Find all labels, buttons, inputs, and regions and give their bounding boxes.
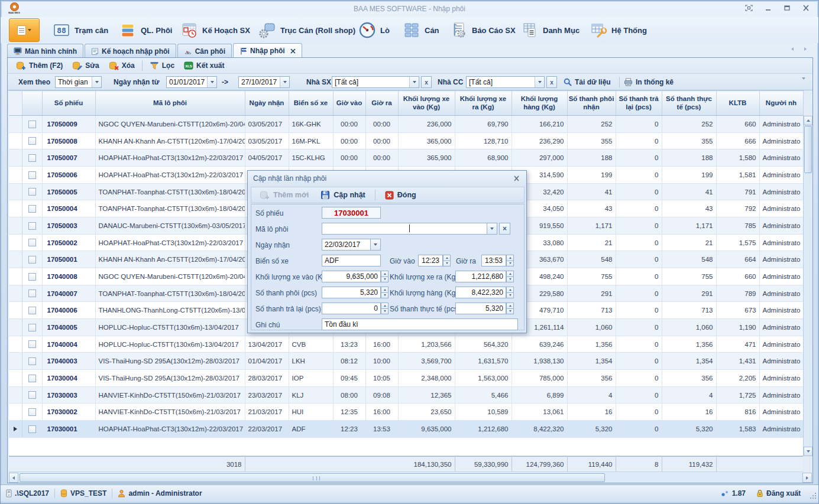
scroll-up-icon[interactable] — [804, 116, 812, 125]
print-stats-button[interactable]: In thống kê — [624, 76, 674, 88]
ribbon-item-he-thong[interactable]: Hệ Thống — [587, 19, 649, 41]
ribbon-item-danh-muc[interactable]: Danh Mục — [519, 19, 582, 41]
row-checkbox[interactable] — [28, 324, 36, 331]
kl-hang-input[interactable]: 8,422,320 — [455, 287, 506, 298]
column-header-kl-xe-ra[interactable]: Khối lượng xe ra (Kg) — [455, 91, 512, 116]
gio-ra-input[interactable]: 13:53 — [481, 255, 506, 266]
chevron-down-icon[interactable] — [409, 77, 419, 87]
table-row[interactable]: 17040004HOPLUC-Hopluc-CT5TT(130x6m)-13/0… — [9, 336, 803, 353]
supplier-select[interactable]: [Tất cả] — [466, 76, 545, 88]
table-row[interactable]: 17030002HANVIET-KinhDo-CT5TT(150x6m)-21/… — [9, 404, 803, 421]
row-checkbox[interactable] — [28, 222, 36, 230]
column-header-kl-xe-vao[interactable]: Khối lượng xe vào (Kg) — [398, 91, 455, 116]
so-thanh-tra-input[interactable]: 0 — [322, 303, 381, 314]
ribbon-item-bao-cao-sx[interactable]: Báo Cáo SX — [448, 19, 518, 41]
ribbon-item-lo[interactable]: Lò — [356, 19, 392, 41]
kl-xe-vao-input[interactable]: 9,635,000 — [322, 271, 381, 282]
kl-hang-spinner[interactable] — [506, 287, 514, 298]
column-header-so-thanh-tra-lai[interactable]: Số thanh trả lại (pcs) — [616, 91, 662, 116]
ngay-nhan-dropdown-icon[interactable] — [370, 239, 381, 251]
filter-button[interactable]: Lọc — [145, 59, 179, 72]
ribbon-item-truc-can[interactable]: Trục Cán (Roll shop) — [256, 19, 358, 41]
ma-lo-clear-button[interactable]: × — [499, 223, 510, 235]
tab-close-icon[interactable] — [290, 48, 296, 54]
column-header-so-phieu[interactable]: Số phiếu — [42, 91, 95, 116]
ribbon-item-ke-hoach-sx[interactable]: Kế Hoạch SX — [178, 19, 253, 41]
ma-lo-input[interactable] — [322, 223, 487, 235]
chevron-down-icon[interactable] — [92, 77, 101, 87]
tab-ke-hoach-nhap-phoi[interactable]: Kế hoạch nhập phôi — [85, 44, 176, 58]
scroll-down-icon[interactable] — [804, 447, 812, 456]
row-checkbox[interactable] — [28, 425, 36, 433]
row-checkbox[interactable] — [28, 391, 36, 399]
row-checkbox[interactable] — [28, 375, 36, 382]
delete-button[interactable]: Xóa — [104, 59, 140, 72]
load-data-button[interactable]: Tải dữ liệu — [564, 76, 611, 88]
column-header-kl-hang[interactable]: Khối lượng hàng (Kg) — [512, 91, 567, 116]
ghi-chu-input[interactable]: Tồn đầu kì — [322, 318, 518, 330]
row-checkbox[interactable] — [28, 357, 36, 365]
vertical-scroll-thumb[interactable] — [804, 126, 812, 173]
row-checkbox[interactable] — [28, 307, 36, 314]
row-checkbox[interactable] — [28, 290, 36, 297]
column-header-bien-so-xe[interactable]: Biển số xe — [289, 91, 333, 116]
row-checkbox[interactable] — [28, 256, 36, 264]
fullscreen-icon[interactable] — [744, 4, 753, 12]
manufacturer-select[interactable]: [Tất cả] — [332, 76, 419, 88]
ma-lo-dropdown-icon[interactable] — [487, 223, 497, 235]
row-checkbox[interactable] — [28, 121, 36, 128]
column-header-ngay-nhan[interactable]: Ngày nhận — [245, 91, 289, 116]
gio-ra-spinner[interactable] — [506, 255, 514, 266]
kl-xe-vao-spinner[interactable] — [381, 271, 389, 282]
row-checkbox[interactable] — [28, 171, 36, 179]
logout-button[interactable]: Đăng xuất — [751, 488, 806, 499]
column-header-nguoi-nhap[interactable]: Người nh — [759, 91, 803, 116]
column-header-gio-vao[interactable]: Giờ vào — [333, 91, 365, 116]
chevron-down-icon[interactable] — [207, 77, 216, 87]
supplier-clear-button[interactable]: x — [546, 76, 557, 88]
kl-xe-ra-input[interactable]: 1,212,680 — [455, 271, 506, 282]
horizontal-scrollbar[interactable] — [9, 473, 812, 483]
table-row[interactable]: 17040003VIS-ThaiHung-SD 295A(130x12m)-28… — [9, 353, 803, 370]
add-button[interactable]: Thêm (F2) — [11, 59, 67, 72]
horizontal-scroll-thumb[interactable] — [20, 473, 605, 482]
table-row[interactable]: 17030004VIS-ThaiHung-SD 295A(130x12m)-28… — [9, 370, 803, 387]
so-thanh-thuc-input[interactable]: 5,320 — [455, 303, 506, 314]
dialog-title-bar[interactable]: Cập nhật lần nhập phôi — [248, 171, 526, 186]
view-by-select[interactable]: Thời gian — [55, 76, 102, 88]
manufacturer-clear-button[interactable]: x — [421, 76, 432, 88]
table-row[interactable]: 17030001HOAPHAT-HoaPhat-CT3(130x12m)-22/… — [9, 421, 803, 438]
bien-so-input[interactable]: ADF — [322, 255, 381, 266]
ribbon-item-tram-can[interactable]: 88 Trạm cân — [50, 19, 111, 41]
chevron-down-icon[interactable] — [280, 77, 289, 87]
row-checkbox[interactable] — [28, 239, 36, 246]
so-thanh-tra-spinner[interactable] — [381, 303, 389, 314]
row-checkbox[interactable] — [28, 273, 36, 281]
tab-can-phoi[interactable]: Cân phôi — [177, 44, 232, 58]
table-row[interactable]: 17050007HOAPHAT-HoaPhat-CT3(130x12m)-22/… — [9, 149, 803, 167]
resize-grip[interactable] — [810, 492, 817, 499]
scroll-right-icon[interactable] — [802, 473, 812, 483]
dialog-update-button[interactable]: Cập nhật — [316, 189, 370, 201]
table-row[interactable]: 17030003HANVIET-KinhDo-CT5TT(150x6m)-21/… — [9, 386, 803, 404]
export-button[interactable]: XLS Kết xuất — [179, 59, 229, 72]
column-header-ma-lo-phoi[interactable]: Mã lô phôi — [95, 91, 245, 116]
column-header-so-thanh-phoi-nhan[interactable]: Số thanh phôi nhận — [567, 91, 616, 116]
restore-icon[interactable] — [782, 4, 791, 12]
tab-nhap-phoi[interactable]: Nhập phôi — [233, 43, 302, 58]
so-thanh-phoi-input[interactable]: 5,320 — [322, 287, 381, 298]
dialog-close-icon[interactable] — [512, 174, 521, 183]
row-checkbox[interactable] — [28, 154, 36, 162]
so-thanh-thuc-spinner[interactable] — [506, 303, 514, 314]
row-checkbox[interactable] — [28, 340, 36, 348]
row-checkbox[interactable] — [28, 188, 36, 196]
column-header-kltb[interactable]: KLTB — [716, 91, 759, 116]
close-icon[interactable] — [801, 4, 810, 12]
table-row[interactable]: 17050009NGOC QUYEN-Marubeni-CT5TT(120x6m… — [9, 116, 803, 133]
kl-xe-ra-spinner[interactable] — [506, 271, 514, 282]
tab-man-hinh-chinh[interactable]: Màn hình chính — [7, 44, 83, 58]
date-to-field[interactable]: 27/10/2017 — [238, 76, 290, 88]
gio-vao-input[interactable]: 12:23 — [418, 255, 443, 266]
vertical-scrollbar[interactable] — [803, 116, 812, 456]
tab-scroll-right-icon[interactable] — [802, 46, 808, 52]
